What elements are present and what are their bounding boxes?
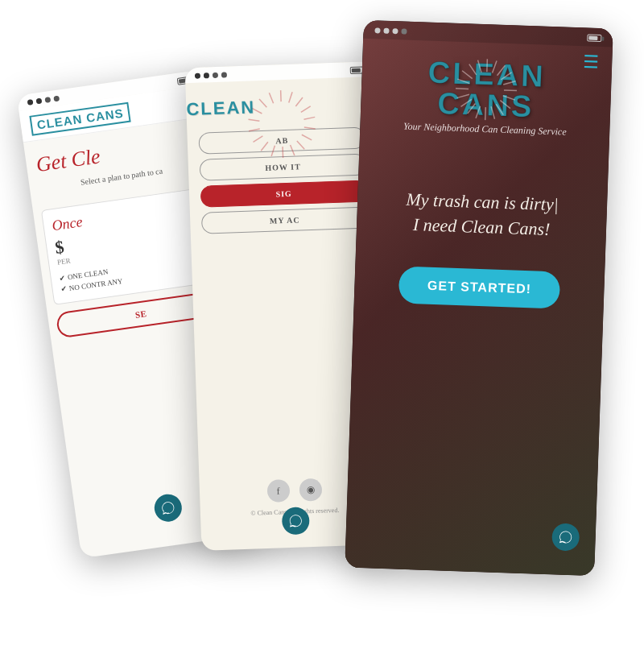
phone3-headline-line1: My trash can is dirty|	[406, 189, 559, 215]
svg-line-36	[469, 64, 477, 75]
svg-line-12	[253, 136, 262, 142]
svg-line-34	[457, 79, 469, 83]
phone3-logo-wrap: CLEAN CANS Your Neighborhood Can Cleanin…	[360, 39, 613, 147]
svg-line-32	[457, 94, 469, 97]
svg-line-19	[493, 60, 497, 72]
phone2-nav-account[interactable]: MY AC	[201, 206, 369, 234]
phone2-logo: CLEAN	[186, 93, 376, 120]
starburst-icon-3	[437, 56, 536, 123]
svg-line-29	[476, 106, 480, 118]
svg-line-11	[261, 142, 268, 151]
dot2-4	[221, 72, 227, 77]
dot3-1	[374, 27, 380, 33]
social-icon-2[interactable]: ◉	[299, 478, 322, 502]
battery-icon-3	[587, 34, 601, 42]
dot1	[27, 99, 34, 106]
get-started-button[interactable]: GET STARTED!	[398, 266, 560, 308]
svg-line-31	[461, 99, 472, 106]
svg-line-8	[290, 145, 294, 155]
svg-line-5	[303, 127, 315, 129]
svg-line-6	[301, 134, 311, 140]
svg-line-4	[303, 117, 315, 119]
phone2-nav-sign[interactable]: SIG	[200, 180, 368, 207]
dot2	[36, 98, 43, 105]
svg-line-7	[296, 141, 303, 149]
dot2-2	[204, 72, 209, 78]
dot3	[44, 97, 51, 103]
svg-line-30	[468, 103, 476, 114]
chat-icon-2	[288, 514, 303, 529]
chat-icon-1	[160, 499, 176, 515]
svg-line-22	[503, 81, 515, 85]
svg-line-25	[500, 101, 510, 109]
svg-line-20	[497, 65, 506, 76]
dot2-1	[195, 73, 200, 79]
facebook-icon[interactable]: f	[266, 479, 290, 503]
svg-line-21	[501, 72, 511, 80]
hamburger-menu-icon[interactable]: ☰	[583, 52, 600, 73]
phone3-headline: My trash can is dirty| I need Clean Cans…	[356, 138, 609, 260]
svg-line-18	[487, 59, 488, 72]
phone3-hero: ☰	[345, 20, 613, 576]
svg-line-13	[249, 129, 260, 131]
phone2-logo-area: CLEAN	[185, 77, 376, 128]
svg-line-33	[456, 89, 469, 89]
svg-line-10	[271, 146, 275, 156]
status-dots-3	[374, 27, 407, 34]
phone3-headline-line2: I need Clean Cans!	[412, 214, 550, 239]
svg-line-14	[248, 119, 259, 121]
chat-bubble-phone1[interactable]	[153, 492, 184, 523]
svg-line-27	[491, 106, 494, 118]
dot4	[53, 96, 60, 102]
svg-line-26	[496, 104, 503, 114]
svg-line-37	[478, 60, 481, 72]
svg-line-35	[462, 71, 473, 79]
svg-line-23	[504, 90, 517, 91]
dot3-4	[401, 28, 407, 34]
status-dots-1	[27, 96, 60, 106]
chat-bubble-phone2[interactable]	[281, 507, 309, 535]
svg-line-24	[503, 96, 515, 100]
dot2-3	[213, 72, 218, 78]
chat-icon-3	[558, 530, 573, 545]
phone-screenshot-3: ☰	[345, 20, 613, 576]
dot3-3	[392, 28, 398, 34]
dot3-2	[383, 28, 389, 34]
status-dots-2	[195, 72, 227, 78]
svg-line-28	[485, 107, 486, 120]
